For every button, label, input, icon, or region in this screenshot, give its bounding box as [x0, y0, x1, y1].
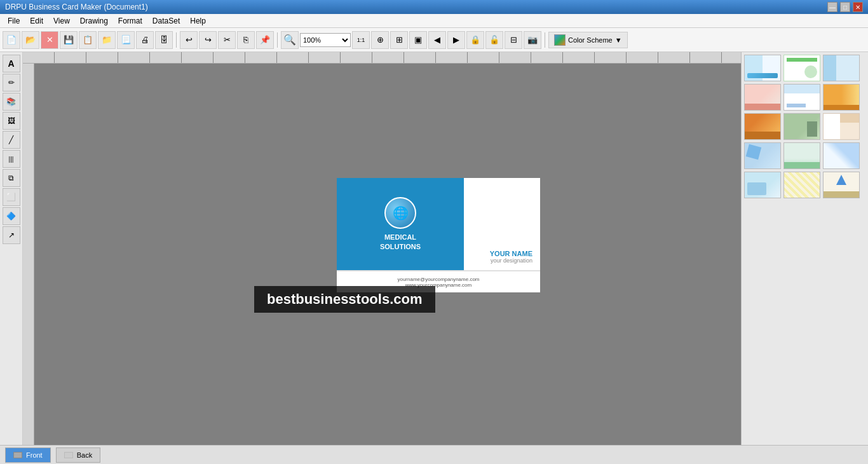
align-button[interactable]: ⊟	[505, 31, 522, 49]
layers-tool-button[interactable]: ⧉	[3, 169, 20, 187]
lock-button[interactable]: 🔒	[466, 31, 484, 49]
template-thumb-9[interactable]	[823, 113, 860, 140]
menu-help[interactable]: Help	[185, 15, 211, 27]
paste-button[interactable]: 📌	[256, 31, 274, 49]
card-designation: your designation	[491, 257, 532, 264]
separator-2	[277, 32, 278, 48]
image-tool-button[interactable]: 🖼	[3, 112, 20, 130]
menu-format[interactable]: Format	[113, 15, 147, 27]
close-doc-button[interactable]: ✕	[41, 31, 58, 49]
pencil-tool-button[interactable]: ✏	[3, 74, 20, 92]
text-tool-button[interactable]: A	[3, 55, 20, 72]
copy-button[interactable]: ⎘	[237, 31, 255, 49]
page-button[interactable]: 📃	[117, 31, 135, 49]
print-button[interactable]: 🖨	[136, 31, 154, 49]
template-thumb-7[interactable]	[744, 113, 781, 140]
cut-button[interactable]: ✂	[218, 31, 236, 49]
card-your-name: YOUR NAME	[490, 250, 532, 257]
shape-tool-button[interactable]: ⬜	[3, 188, 20, 206]
barcode-tool-button[interactable]: |||	[3, 150, 20, 168]
zoom-select[interactable]: 100% 75% 50% 125% 150%	[300, 33, 351, 47]
template-thumb-1[interactable]	[744, 55, 781, 81]
color-scheme-button[interactable]: Color Scheme ▼	[548, 32, 628, 48]
template-thumb-12[interactable]	[823, 142, 860, 169]
template-row-5	[744, 172, 865, 198]
toolbar: 📄 📂 ✕ 💾 📋 📁 📃 🖨 🗄 ↩ ↪ ✂ ⎘ 📌 🔍 100% 75% 5…	[0, 28, 868, 52]
template-thumb-11[interactable]	[783, 142, 820, 169]
watermark-tool-button[interactable]: 🔷	[3, 207, 20, 225]
template-thumb-5[interactable]	[783, 84, 820, 111]
front-tab-icon	[13, 452, 22, 458]
db-button[interactable]: 🗄	[155, 31, 173, 49]
menu-dataset[interactable]: DataSet	[147, 15, 185, 27]
back-tab-label: Back	[77, 451, 92, 459]
undo-button[interactable]: ↩	[180, 31, 198, 49]
unlock-button[interactable]: 🔓	[485, 31, 503, 49]
main-layout: A ✏ 📚 🖼 ╱ ||| ⧉ ⬜ 🔷 ↗ 🌐	[0, 52, 868, 445]
redo-button[interactable]: ↪	[199, 31, 217, 49]
templates-panel	[741, 52, 868, 445]
template-thumb-6[interactable]	[823, 84, 860, 111]
photo-button[interactable]: 📷	[524, 31, 541, 49]
preview-button[interactable]: ▣	[409, 31, 427, 49]
workspace[interactable]: 🌐 MEDICAL SOLUTIONS YOUR NAME your desig…	[34, 64, 741, 445]
separator-1	[176, 32, 177, 48]
template-thumb-8[interactable]	[783, 113, 820, 140]
line-tool-button[interactable]: ╱	[3, 131, 20, 149]
template-thumb-3[interactable]	[823, 55, 860, 81]
minimize-button[interactable]: —	[827, 2, 837, 12]
zoom-in-button[interactable]: 🔍	[281, 31, 299, 49]
save-button[interactable]: 💾	[60, 31, 78, 49]
arrow-tool-button[interactable]: ↗	[3, 226, 20, 244]
close-button[interactable]: ✕	[853, 2, 863, 12]
open-recent-button[interactable]: 📁	[98, 31, 116, 49]
menu-drawing[interactable]: Drawing	[75, 15, 113, 27]
template-thumb-2[interactable]	[783, 55, 820, 81]
template-thumb-14[interactable]	[783, 172, 820, 198]
prev-page-button[interactable]: ◀	[428, 31, 446, 49]
template-row-3	[744, 113, 865, 140]
color-swatch-icon	[554, 34, 566, 46]
window-controls[interactable]: — □ ✕	[827, 2, 863, 12]
menu-file[interactable]: File	[3, 15, 25, 27]
back-tab-icon	[64, 452, 73, 458]
next-page-button[interactable]: ▶	[447, 31, 465, 49]
template-row-2	[744, 84, 865, 111]
business-card[interactable]: 🌐 MEDICAL SOLUTIONS YOUR NAME your desig…	[337, 178, 540, 292]
library-tool-button[interactable]: 📚	[3, 93, 20, 111]
color-scheme-label: Color Scheme	[568, 36, 613, 44]
card-left-section: 🌐 MEDICAL SOLUTIONS	[337, 178, 464, 270]
template-row-4	[744, 142, 865, 169]
watermark-overlay: bestbusinesstools.com	[254, 286, 435, 313]
card-email: yourname@yourcompanyname.com	[397, 276, 479, 282]
template-row-1	[744, 55, 865, 81]
tab-bar: Front Back	[0, 445, 868, 464]
open-button[interactable]: 📂	[22, 31, 39, 49]
separator-3	[545, 32, 545, 48]
fit-button[interactable]: ⊕	[371, 31, 389, 49]
grid-button[interactable]: ⊞	[390, 31, 408, 49]
save-as-button[interactable]: 📋	[79, 31, 97, 49]
ruler-marks	[23, 52, 741, 63]
canvas-area: 🌐 MEDICAL SOLUTIONS YOUR NAME your desig…	[23, 52, 741, 445]
menu-bar: File Edit View Drawing Format DataSet He…	[0, 14, 868, 28]
title-bar: DRPU Business Card Maker (Document1) — □…	[0, 0, 868, 14]
new-button[interactable]: 📄	[3, 31, 20, 49]
menu-edit[interactable]: Edit	[25, 15, 48, 27]
zoom-reset-button[interactable]: 1:1	[352, 31, 370, 49]
card-right-section: YOUR NAME your designation	[464, 178, 540, 270]
ruler-left	[23, 64, 34, 445]
card-company-name: MEDICAL SOLUTIONS	[380, 233, 421, 251]
template-thumb-13[interactable]	[744, 172, 781, 198]
template-thumb-4[interactable]	[744, 84, 781, 111]
maximize-button[interactable]: □	[840, 2, 850, 12]
left-toolbar: A ✏ 📚 🖼 ╱ ||| ⧉ ⬜ 🔷 ↗	[0, 52, 23, 445]
app-title: DRPU Business Card Maker (Document1)	[5, 3, 148, 11]
menu-view[interactable]: View	[48, 15, 75, 27]
back-tab[interactable]: Back	[56, 447, 100, 463]
template-thumb-10[interactable]	[744, 142, 781, 169]
template-thumb-15[interactable]	[823, 172, 860, 198]
front-tab[interactable]: Front	[5, 447, 51, 463]
card-main: 🌐 MEDICAL SOLUTIONS YOUR NAME your desig…	[337, 178, 540, 270]
front-tab-label: Front	[26, 451, 43, 459]
